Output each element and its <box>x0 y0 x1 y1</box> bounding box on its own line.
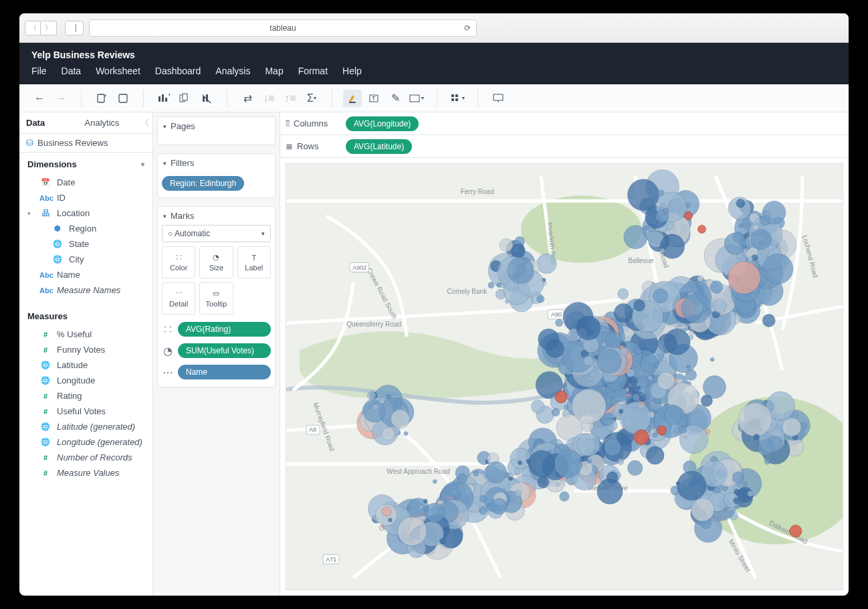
data-mark[interactable] <box>637 376 649 388</box>
data-mark[interactable] <box>762 201 786 224</box>
data-mark[interactable] <box>510 448 532 469</box>
data-mark[interactable] <box>404 432 408 436</box>
clear-sheet-button[interactable] <box>197 90 216 107</box>
data-mark[interactable] <box>743 482 747 486</box>
dimension-field[interactable]: AbcMeasure Names <box>19 282 152 298</box>
menu-data[interactable]: Data <box>62 66 82 76</box>
data-mark[interactable] <box>660 248 665 253</box>
new-datasource-button[interactable]: + <box>92 90 111 107</box>
data-mark[interactable] <box>577 434 600 456</box>
dimensions-menu-icon[interactable]: ▾ <box>141 161 144 168</box>
measure-field[interactable]: 🌐Longitude <box>19 373 152 388</box>
data-mark[interactable] <box>657 426 666 435</box>
data-mark[interactable] <box>604 439 621 456</box>
tab-data[interactable]: Data <box>19 112 78 133</box>
color-encoding-pill[interactable]: AVG(Rating) <box>178 322 271 337</box>
data-mark[interactable] <box>620 348 627 355</box>
menu-format[interactable]: Format <box>298 66 328 76</box>
collapse-data-pane-icon[interactable]: 〈 <box>136 112 152 133</box>
measure-field[interactable]: 🌐Latitude (generated) <box>19 419 152 434</box>
data-mark[interactable] <box>663 208 669 213</box>
data-mark[interactable] <box>538 329 559 349</box>
data-mark[interactable] <box>500 238 513 252</box>
data-mark[interactable] <box>701 395 712 406</box>
measure-field[interactable]: #Number of Records <box>19 450 152 465</box>
data-mark[interactable] <box>619 409 623 414</box>
data-mark[interactable] <box>748 491 754 497</box>
data-mark[interactable] <box>514 490 521 497</box>
tab-analytics[interactable]: Analytics <box>78 112 137 133</box>
columns-shelf[interactable]: ⦙⦙⦙Columns AVG(Longitude) <box>280 112 849 135</box>
data-mark[interactable] <box>423 499 427 503</box>
marks-tooltip-button[interactable]: ▭Tooltip <box>199 282 233 315</box>
data-mark[interactable] <box>660 234 685 259</box>
data-mark[interactable] <box>746 246 750 250</box>
labels-button[interactable]: T <box>364 90 383 107</box>
data-mark[interactable] <box>713 299 727 313</box>
data-mark[interactable] <box>657 372 675 389</box>
data-mark[interactable] <box>473 471 478 476</box>
datasource-item[interactable]: ⛁ Business Reviews <box>19 134 152 153</box>
data-mark[interactable] <box>664 329 690 355</box>
presentation-button[interactable] <box>489 90 508 107</box>
data-mark[interactable] <box>635 347 641 354</box>
marks-detail-button[interactable]: ⋯Detail <box>162 282 195 315</box>
data-mark[interactable] <box>509 476 513 481</box>
browser-sidebar-toggle[interactable] <box>65 21 84 35</box>
data-mark[interactable] <box>751 230 771 250</box>
data-mark[interactable] <box>556 319 563 327</box>
show-me-button[interactable]: ▾ <box>448 90 467 107</box>
format-button[interactable]: ✎ <box>386 90 405 107</box>
data-mark[interactable] <box>372 404 378 410</box>
menu-file[interactable]: File <box>31 66 47 76</box>
menu-help[interactable]: Help <box>342 66 362 76</box>
rows-pill[interactable]: AVG(Latitude) <box>346 139 412 154</box>
menu-analysis[interactable]: Analysis <box>215 66 250 76</box>
data-mark[interactable] <box>790 525 802 537</box>
data-mark[interactable] <box>555 391 567 403</box>
new-sheet-button[interactable]: + <box>154 90 173 107</box>
data-mark[interactable] <box>419 505 423 509</box>
data-mark[interactable] <box>602 343 606 347</box>
data-mark[interactable] <box>764 458 770 464</box>
data-mark[interactable] <box>710 357 714 361</box>
data-mark[interactable] <box>650 429 654 433</box>
data-mark[interactable] <box>572 389 606 423</box>
data-mark[interactable] <box>648 375 653 380</box>
data-mark[interactable] <box>514 468 520 474</box>
data-mark[interactable] <box>528 450 554 476</box>
data-mark[interactable] <box>763 254 793 284</box>
measure-field[interactable]: #Rating <box>19 388 152 404</box>
measure-field[interactable]: #% Useful <box>19 327 152 342</box>
data-mark[interactable] <box>618 288 629 299</box>
menu-map[interactable]: Map <box>265 66 283 76</box>
data-mark[interactable] <box>479 495 486 502</box>
data-mark[interactable] <box>724 233 746 255</box>
data-mark[interactable] <box>762 314 775 327</box>
data-mark[interactable] <box>588 377 592 381</box>
sort-asc-button[interactable]: ↓≡ <box>259 90 278 107</box>
data-mark[interactable] <box>681 294 711 323</box>
marks-color-button[interactable]: ⸬Color <box>162 246 195 278</box>
menu-dashboard[interactable]: Dashboard <box>155 66 201 76</box>
data-mark[interactable] <box>644 226 649 230</box>
mark-type-dropdown[interactable]: ○ Automatic ▾ <box>162 225 271 242</box>
dimension-field[interactable]: ▾品Location <box>19 205 152 221</box>
data-mark[interactable] <box>734 498 740 504</box>
data-mark[interactable] <box>620 402 651 434</box>
data-mark[interactable] <box>382 507 391 516</box>
data-mark[interactable] <box>633 300 645 311</box>
data-mark[interactable] <box>677 471 706 501</box>
duplicate-sheet-button[interactable] <box>176 90 195 107</box>
data-mark[interactable] <box>627 460 642 475</box>
sort-desc-button[interactable]: ↑≡ <box>281 90 300 107</box>
menu-worksheet[interactable]: Worksheet <box>96 66 140 76</box>
data-mark[interactable] <box>382 427 395 440</box>
data-mark[interactable] <box>363 400 385 422</box>
measure-field[interactable]: 🌐Latitude <box>19 357 152 373</box>
filter-pill-region[interactable]: Region: Edinburgh <box>162 176 244 191</box>
browser-forward-button[interactable]: 〉 <box>41 21 57 35</box>
data-mark[interactable] <box>367 392 376 400</box>
data-mark[interactable] <box>576 316 601 340</box>
data-mark[interactable] <box>552 408 560 416</box>
